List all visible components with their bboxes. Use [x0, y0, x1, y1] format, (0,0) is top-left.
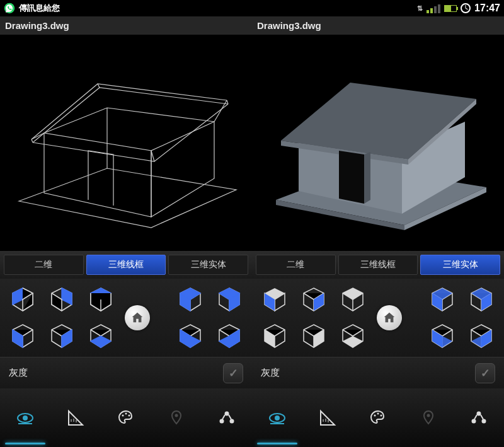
screen-left: 傳訊息給您 Drawing3.dwg	[0, 0, 252, 447]
house-wireframe-icon	[6, 45, 246, 234]
palette-icon	[117, 409, 135, 427]
share-icon	[218, 409, 236, 427]
grayscale-label: 灰度	[9, 367, 28, 379]
tab-2d[interactable]: 二维	[256, 255, 336, 275]
svg-point-89	[427, 414, 430, 417]
svg-marker-60	[343, 288, 363, 299]
nav-color[interactable]	[101, 388, 151, 447]
svg-point-80	[275, 415, 280, 421]
home-view-button[interactable]	[125, 305, 150, 330]
data-icon: ⇅	[417, 4, 423, 13]
svg-marker-15	[91, 336, 111, 347]
ruler-icon	[319, 409, 336, 427]
notification-text: 傳訊息給您	[19, 3, 60, 14]
signal-icon	[427, 3, 440, 13]
tab-2d[interactable]: 二维	[4, 255, 84, 275]
svg-point-38	[175, 414, 178, 417]
tab-wireframe[interactable]: 三维线框	[338, 255, 418, 275]
preset-iso-3[interactable]	[86, 284, 116, 315]
preset-iso-3[interactable]	[338, 284, 368, 315]
tab-wireframe[interactable]: 三维线框	[86, 255, 166, 275]
check-icon: ✓	[229, 366, 238, 380]
grayscale-checkbox[interactable]: ✓	[223, 363, 243, 383]
view-mode-tabs: 二维 三维线框 三维实体	[252, 251, 504, 279]
view-presets	[0, 279, 252, 357]
svg-point-40	[220, 419, 224, 423]
svg-point-41	[230, 419, 234, 423]
home-view-button[interactable]	[377, 305, 402, 330]
svg-point-36	[125, 412, 127, 414]
svg-point-87	[377, 412, 379, 414]
nav-share[interactable]	[454, 388, 504, 447]
house-solid-icon	[258, 45, 498, 234]
ruler-icon	[67, 409, 84, 427]
grayscale-row: 灰度 ✓	[252, 357, 504, 388]
preset-side-3[interactable]	[427, 321, 457, 351]
nav-view[interactable]	[0, 388, 50, 447]
svg-marker-52	[364, 152, 370, 204]
svg-marker-82	[321, 411, 335, 425]
svg-marker-5	[13, 288, 23, 305]
preset-side-4[interactable]	[466, 321, 496, 351]
svg-point-37	[129, 414, 130, 416]
status-bar: 傳訊息給您	[0, 0, 252, 16]
svg-point-86	[374, 414, 376, 416]
bottom-nav	[0, 388, 252, 447]
svg-point-91	[472, 419, 476, 423]
nav-color[interactable]	[353, 388, 403, 447]
svg-point-29	[23, 415, 28, 421]
preset-iso-5[interactable]	[47, 321, 77, 351]
svg-marker-3	[151, 122, 214, 217]
filename-label: Drawing3.dwg	[5, 20, 69, 31]
share-icon	[470, 409, 488, 427]
nav-location	[151, 388, 202, 447]
nav-view[interactable]	[252, 388, 302, 447]
view-mode-tabs: 二维 三维线框 三维实体	[0, 251, 252, 279]
battery-icon	[444, 5, 457, 12]
viewport-solid[interactable]	[252, 35, 504, 251]
preset-iso-5[interactable]	[299, 321, 329, 351]
alarm-icon	[461, 3, 471, 13]
preset-side-4[interactable]	[214, 321, 244, 351]
eye-icon	[268, 409, 287, 427]
nav-location	[403, 388, 454, 447]
grayscale-checkbox[interactable]: ✓	[475, 363, 495, 383]
nav-measure[interactable]	[50, 388, 101, 447]
tab-solid[interactable]: 三维实体	[420, 255, 500, 275]
nav-measure[interactable]	[302, 388, 353, 447]
eye-icon	[16, 409, 35, 427]
preset-iso-4[interactable]	[8, 321, 38, 351]
tab-solid[interactable]: 三维实体	[168, 255, 248, 275]
bottom-nav	[252, 388, 504, 447]
check-icon: ✓	[481, 366, 490, 380]
preset-side-2[interactable]	[466, 284, 496, 315]
screen-right: ⇅ 17:47 Drawing3.dwg	[252, 0, 504, 447]
status-bar: ⇅ 17:47	[252, 0, 504, 16]
grayscale-label: 灰度	[261, 367, 280, 379]
svg-marker-51	[339, 151, 364, 204]
preset-side-3[interactable]	[175, 321, 205, 351]
preset-iso-2[interactable]	[299, 284, 329, 315]
preset-side-2[interactable]	[214, 284, 244, 315]
preset-side-1[interactable]	[175, 284, 205, 315]
svg-point-88	[381, 414, 382, 416]
preset-iso-1[interactable]	[260, 284, 290, 315]
palette-icon	[369, 409, 387, 427]
grayscale-row: 灰度 ✓	[0, 357, 252, 388]
svg-point-35	[122, 414, 124, 416]
svg-marker-1	[19, 168, 236, 228]
preset-iso-1[interactable]	[8, 284, 38, 315]
preset-side-1[interactable]	[427, 284, 457, 315]
viewport-wireframe[interactable]	[0, 35, 252, 251]
svg-marker-31	[69, 411, 83, 425]
pin-icon	[420, 410, 437, 426]
preset-iso-4[interactable]	[260, 321, 290, 351]
preset-iso-6[interactable]	[338, 321, 368, 351]
title-bar: Drawing3.dwg	[0, 16, 252, 35]
preset-iso-6[interactable]	[86, 321, 116, 351]
svg-marker-66	[343, 336, 363, 347]
preset-iso-2[interactable]	[47, 284, 77, 315]
nav-share[interactable]	[202, 388, 252, 447]
home-icon	[130, 311, 144, 325]
home-icon	[382, 311, 396, 325]
